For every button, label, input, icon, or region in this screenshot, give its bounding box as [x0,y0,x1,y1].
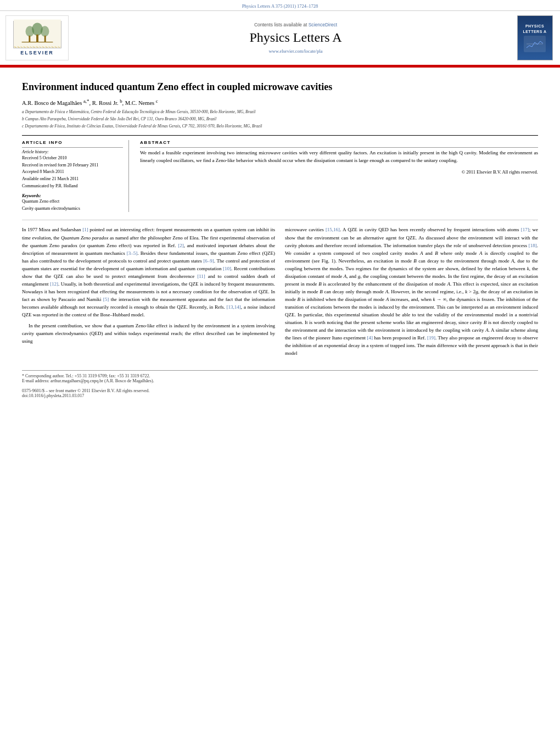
journal-header: ELSEVIER Contents lists available at Sci… [0,11,560,66]
authors-line: A.R. Bosco de Magalhães a,*, R. Rossi Jr… [22,98,538,106]
journal-url[interactable]: www.elsevier.com/locate/pla [268,48,322,54]
body-left-para1: In 1977 Misra and Sudarshan [1] pointed … [22,226,275,318]
body-right-para1: microwave cavities [15,16]. A QZE in cav… [285,226,538,357]
corresponding-author-note: * Corresponding author. Tel.: +55 31 331… [22,373,538,378]
article-section: ARTICLE INFO Article history: Received 5… [22,135,538,213]
footnotes-area: * Corresponding author. Tel.: +55 31 331… [22,370,538,383]
affiliation-a: a Departamento de Física e Matemática, C… [22,109,538,115]
elsevier-label: ELSEVIER [20,50,54,55]
abstract-heading: ABSTRACT [140,140,538,145]
body-left-column: In 1977 Misra and Sudarshan [1] pointed … [22,226,275,360]
body-right-column: microwave cavities [15,16]. A QZE in cav… [285,226,538,360]
footer-area: 0375-9601/$ – see front matter © 2011 El… [0,386,560,401]
body-columns: In 1977 Misra and Sudarshan [1] pointed … [22,220,538,360]
contents-line: Contents lists available at ScienceDirec… [254,22,337,27]
paper-title: Environment induced quantum Zeno effect … [22,81,538,93]
affiliation-b: b Campus Alto Paraopeba, Universidade Fe… [22,116,538,122]
abstract-text: We model a feasible experiment involving… [140,149,538,165]
affiliations: a Departamento de Física e Matemática, C… [22,109,538,130]
body-left-para2: In the present contribution, we show tha… [22,322,275,345]
keyword-2: Cavity quantum electrodynamics [22,205,123,213]
keyword-1: Quantum Zeno effect [22,198,123,205]
article-info-heading: ARTICLE INFO [22,140,123,145]
email-note: E-mail address: arthur.magalhaes@pq.cnpq… [22,378,538,383]
pla-badge-title: PHYSICS LETTERS A [520,24,550,34]
abstract-column: ABSTRACT We model a feasible experiment … [140,140,538,213]
elsevier-logo-image [13,21,61,48]
svg-point-3 [40,26,49,37]
affiliation-c: c Departamento de Física, Instituto de C… [22,123,538,130]
journal-center: Contents lists available at ScienceDirec… [76,15,515,60]
article-info-column: ARTICLE INFO Article history: Received 5… [22,140,129,213]
keywords-label: Keywords: [22,193,123,198]
authors-text: A.R. Bosco de Magalhães a,*, R. Rossi Jr… [22,100,158,106]
issn-line: 0375-9601/$ – see front matter © 2011 El… [22,388,538,393]
copyright-text: © 2011 Elsevier B.V. All rights reserved… [140,169,538,175]
received-date: Received 5 October 2010 [22,155,123,162]
elsevier-logo: ELSEVIER [5,15,69,60]
main-content: Environment induced quantum Zeno effect … [0,68,560,366]
journal-title-main: Physics Letters A [250,30,342,45]
abstract-divider [140,147,538,148]
received-revised-date: Received in revised form 20 February 201… [22,162,123,169]
svg-rect-4 [36,34,38,42]
accepted-date: Accepted 8 March 2011 [22,169,123,176]
top-bar: Physics Letters A 375 (2011) 1724–1728 [0,0,560,11]
pla-badge: PHYSICS LETTERS A [517,15,553,60]
article-history-label: Article history: [22,149,123,154]
journal-right-logo: PHYSICS LETTERS A [515,15,555,60]
svg-rect-5 [29,35,30,42]
communicated-by: Communicated by P.R. Holland [22,183,123,190]
svg-rect-6 [44,35,46,42]
svg-point-2 [25,26,34,37]
doi-line: doi:10.1016/j.physleta.2011.03.017 [22,393,538,398]
sciencedirect-link[interactable]: ScienceDirect [309,22,337,27]
journal-reference: Physics Letters A 375 (2011) 1724–1728 [242,3,318,9]
available-online-date: Available online 21 March 2011 [22,176,123,183]
